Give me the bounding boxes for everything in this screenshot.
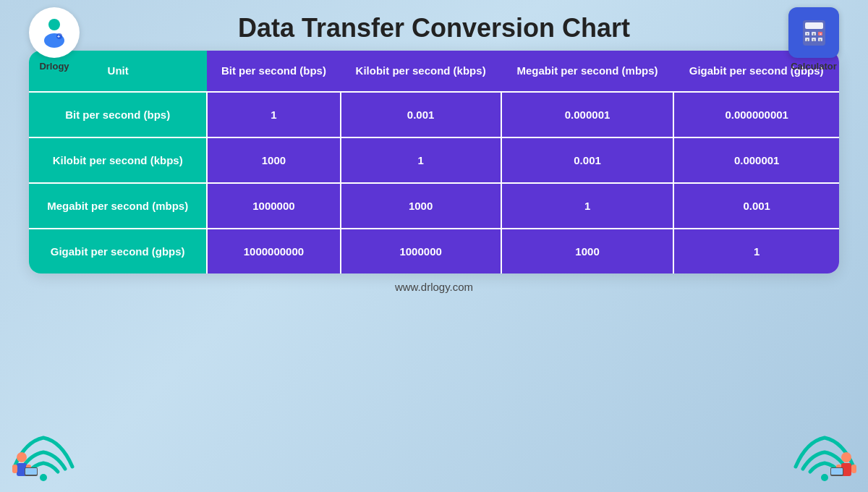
svg-rect-29 [851,465,856,473]
unit-cell: Kilobit per second (kbps) [29,137,207,183]
logo-right[interactable]: 7 8 × 4 5 6 Calculator [788,7,839,72]
svg-point-0 [48,19,60,30]
value-cell: 0.001 [673,183,839,229]
calculator-label: Calculator [791,61,837,72]
decorative-left [7,427,80,485]
drlogy-logo-circle: + [29,7,80,58]
website-url: www.drlogy.com [395,281,473,293]
value-cell: 1000000 [341,229,501,273]
value-cell: 1 [501,183,674,229]
unit-cell: Bit per second (bps) [29,92,207,137]
conversion-table-card: Unit Bit per second (bps) Kilobit per se… [29,51,839,273]
table-row: Bit per second (bps)10.0010.0000010.0000… [29,92,839,137]
value-cell: 0.000001 [501,92,674,137]
value-cell: 1000000 [207,183,340,229]
col-header-bps: Bit per second (bps) [207,51,340,92]
svg-rect-24 [25,468,37,475]
value-cell: 0.000001 [673,137,839,183]
footer: www.drlogy.com [0,273,868,300]
page-title: Data Transfer Conversion Chart [238,13,630,43]
value-cell: 1000000000 [207,229,340,273]
value-cell: 1000 [341,183,501,229]
value-cell: 0.001 [501,137,674,183]
svg-text:×: × [820,32,822,36]
value-cell: 0.001 [341,92,501,137]
page-header: + Drlogy Data Transfer Conversion Chart … [0,0,868,51]
table-header-row: Unit Bit per second (bps) Kilobit per se… [29,51,839,92]
unit-cell: Megabit per second (mbps) [29,183,207,229]
decorative-right [788,427,861,485]
drlogy-label: Drlogy [39,61,69,72]
svg-rect-21 [12,465,17,473]
table-row: Megabit per second (mbps)1000000100010.0… [29,183,839,229]
unit-cell: Gigabit per second (gbps) [29,229,207,273]
value-cell: 1000 [207,137,340,183]
svg-rect-31 [831,468,843,475]
svg-point-26 [841,452,851,462]
table-row: Gigabit per second (gbps)100000000010000… [29,229,839,273]
col-header-mbps: Megabit per second (mbps) [501,51,674,92]
value-cell: 1 [673,229,839,273]
value-cell: 1 [341,137,501,183]
col-header-kbps: Kilobit per second (kbps) [341,51,501,92]
logo-left[interactable]: + Drlogy [29,7,80,72]
value-cell: 1 [207,92,340,137]
svg-text:+: + [57,34,60,39]
table-row: Kilobit per second (kbps)100010.0010.000… [29,137,839,183]
conversion-table: Unit Bit per second (bps) Kilobit per se… [29,51,839,273]
svg-point-18 [40,474,47,481]
value-cell: 1000 [501,229,674,273]
svg-rect-5 [805,22,823,29]
value-cell: 0.000000001 [673,92,839,137]
svg-point-25 [821,474,828,481]
svg-point-19 [17,452,27,462]
calculator-icon-box: 7 8 × 4 5 6 [788,7,839,58]
